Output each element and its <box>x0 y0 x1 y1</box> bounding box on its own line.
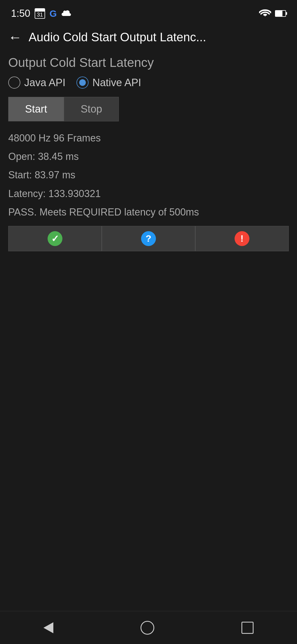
info-status-button[interactable]: ? <box>102 226 195 251</box>
info-line-1: Open: 38.45 ms <box>8 148 289 165</box>
native-api-radio[interactable] <box>76 77 89 89</box>
section-title: Output Cold Start Latency <box>8 55 289 70</box>
info-icon: ? <box>141 231 156 246</box>
status-left: 1:50 31 G <box>11 8 72 19</box>
recent-nav-button[interactable] <box>236 616 259 639</box>
java-api-option[interactable]: Java API <box>8 77 65 89</box>
home-nav-button[interactable] <box>135 615 160 640</box>
status-time: 1:50 <box>11 8 30 19</box>
pass-status-button[interactable]: ✓ <box>8 226 102 251</box>
java-api-radio[interactable] <box>8 77 20 89</box>
start-button[interactable]: Start <box>8 97 64 121</box>
back-button[interactable]: ← <box>8 30 22 44</box>
battery-icon <box>275 10 286 17</box>
back-nav-button[interactable] <box>38 617 59 639</box>
status-bar: 1:50 31 G <box>0 0 297 25</box>
error-status-button[interactable]: ! <box>195 226 289 251</box>
pass-icon: ✓ <box>48 231 62 246</box>
calendar-icon: 31 <box>35 8 45 19</box>
toolbar: ← Audio Cold Start Output Latenc... <box>0 25 297 50</box>
java-api-label: Java API <box>24 77 65 89</box>
wifi-icon <box>259 9 271 18</box>
page-title: Audio Cold Start Output Latenc... <box>29 30 206 44</box>
control-buttons: Start Stop <box>8 97 289 121</box>
info-line-4: PASS. Meets REQUIRED latency of 500ms <box>8 204 289 220</box>
stop-button[interactable]: Stop <box>64 97 119 121</box>
error-icon: ! <box>235 231 249 246</box>
info-line-2: Start: 83.97 ms <box>8 167 289 183</box>
info-line-3: Latency: 133.930321 <box>8 185 289 202</box>
status-buttons: ✓ ? ! <box>8 226 289 251</box>
google-icon: G <box>50 8 57 19</box>
bottom-nav <box>0 611 297 644</box>
back-nav-icon <box>43 622 53 633</box>
home-nav-icon <box>141 621 154 635</box>
main-content: Output Cold Start Latency Java API Nativ… <box>0 50 297 644</box>
status-right <box>259 9 286 18</box>
info-line-0: 48000 Hz 96 Frames <box>8 130 289 146</box>
recent-nav-icon <box>241 622 254 634</box>
native-api-option[interactable]: Native API <box>76 77 141 89</box>
native-api-label: Native API <box>92 77 141 89</box>
info-lines: 48000 Hz 96 Frames Open: 38.45 ms Start:… <box>8 130 289 220</box>
cloud-icon <box>61 9 72 18</box>
api-radio-group: Java API Native API <box>8 77 289 89</box>
